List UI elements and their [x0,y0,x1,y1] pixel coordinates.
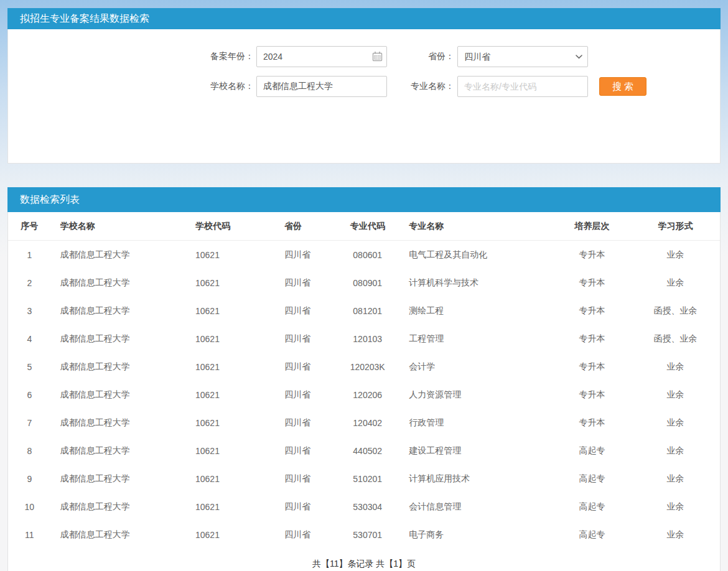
major-label: 专业名称： [387,81,454,92]
table-cell: 3 [8,297,51,325]
form-row-1: 备案年份： [175,46,720,67]
column-header-province: 省份 [275,212,335,241]
table-cell: 8 [8,437,51,465]
table-cell: 四川省 [275,241,335,269]
table-row: 11成都信息工程大学10621四川省530701电子商务高起专业余 [8,521,720,549]
table-cell: 成都信息工程大学 [51,465,186,493]
search-panel-title: 拟招生专业备案结果数据检索 [20,13,149,24]
table-cell: 四川省 [275,297,335,325]
major-input[interactable] [457,76,588,97]
province-label: 省份： [387,51,454,62]
table-cell: 7 [8,409,51,437]
table-cell: 10621 [186,269,275,297]
year-label: 备案年份： [175,51,254,62]
table-row: 1成都信息工程大学10621四川省080601电气工程及其自动化专升本业余 [8,241,720,269]
table-cell: 高起专 [553,493,631,521]
table-cell: 高起专 [553,521,631,549]
table-row: 2成都信息工程大学10621四川省080901计算机科学与技术专升本业余 [8,269,720,297]
table-row: 10成都信息工程大学10621四川省530304会计信息管理高起专业余 [8,493,720,521]
table-cell: 业余 [631,437,720,465]
table-cell: 高起专 [553,465,631,493]
table-cell: 120103 [335,325,399,353]
table-cell: 四川省 [275,409,335,437]
table-cell: 成都信息工程大学 [51,409,186,437]
table-cell: 业余 [631,241,720,269]
table-cell: 5 [8,353,51,381]
column-header-index: 序号 [8,212,51,241]
table-cell: 080901 [335,269,399,297]
table-row: 8成都信息工程大学10621四川省440502建设工程管理高起专业余 [8,437,720,465]
table-cell: 成都信息工程大学 [51,381,186,409]
table-cell: 专升本 [553,381,631,409]
table-row: 5成都信息工程大学10621四川省120203K会计学专升本业余 [8,353,720,381]
table-cell: 成都信息工程大学 [51,493,186,521]
search-form: 备案年份： [7,29,721,164]
column-header-school-code: 学校代码 [186,212,275,241]
table-cell: 专升本 [553,409,631,437]
table-cell: 10621 [186,409,275,437]
table-cell: 专升本 [553,269,631,297]
table-cell: 10621 [186,325,275,353]
table-cell: 10621 [186,493,275,521]
table-cell: 11 [8,521,51,549]
table-row: 7成都信息工程大学10621四川省120402行政管理专升本业余 [8,409,720,437]
table-cell: 530701 [335,521,399,549]
column-header-major-code: 专业代码 [335,212,399,241]
table-cell: 工程管理 [399,325,553,353]
table-row: 3成都信息工程大学10621四川省081201测绘工程专升本函授、业余 [8,297,720,325]
table-header-row: 序号 学校名称 学校代码 省份 专业代码 专业名称 培养层次 学习形式 [8,212,720,241]
school-label: 学校名称： [175,81,254,92]
table-cell: 四川省 [275,269,335,297]
table-cell: 成都信息工程大学 [51,269,186,297]
table-cell: 120206 [335,381,399,409]
table-cell: 四川省 [275,353,335,381]
table-cell: 高起专 [553,437,631,465]
table-cell: 业余 [631,465,720,493]
table-cell: 成都信息工程大学 [51,325,186,353]
table-cell: 四川省 [275,493,335,521]
school-input[interactable] [256,76,387,97]
table-cell: 成都信息工程大学 [51,521,186,549]
table-cell: 测绘工程 [399,297,553,325]
search-panel-header: 拟招生专业备案结果数据检索 [7,8,721,29]
search-button[interactable]: 搜 索 [599,77,646,96]
table-cell: 10 [8,493,51,521]
table-row: 9成都信息工程大学10621四川省510201计算机应用技术高起专业余 [8,465,720,493]
table-cell: 四川省 [275,521,335,549]
table-cell: 业余 [631,353,720,381]
table-cell: 081201 [335,297,399,325]
results-panel-header: 数据检索列表 [7,187,721,212]
column-header-level: 培养层次 [553,212,631,241]
table-cell: 四川省 [275,381,335,409]
table-cell: 专升本 [553,353,631,381]
table-cell: 成都信息工程大学 [51,297,186,325]
table-cell: 10621 [186,353,275,381]
table-cell: 440502 [335,437,399,465]
table-cell: 510201 [335,465,399,493]
year-input[interactable] [256,46,387,67]
results-panel: 数据检索列表 序号 学校名称 学校代码 省份 专业代码 专业名称 培养层次 [7,187,721,571]
table-cell: 计算机科学与技术 [399,269,553,297]
results-panel-title: 数据检索列表 [20,194,80,205]
table-cell: 6 [8,381,51,409]
table-cell: 建设工程管理 [399,437,553,465]
table-cell: 成都信息工程大学 [51,353,186,381]
school-input-wrap [256,76,387,97]
table-cell: 专升本 [553,297,631,325]
table-cell: 业余 [631,381,720,409]
table-cell: 会计信息管理 [399,493,553,521]
table-cell: 10621 [186,297,275,325]
form-row-2: 学校名称： 专业名称： 搜 索 [175,76,720,97]
calendar-icon[interactable] [372,51,383,62]
table-cell: 业余 [631,493,720,521]
table-cell: 业余 [631,269,720,297]
table-cell: 专升本 [553,325,631,353]
table-cell: 10621 [186,241,275,269]
table-cell: 1 [8,241,51,269]
table-cell: 函授、业余 [631,297,720,325]
major-input-wrap [457,76,588,97]
province-select[interactable]: 四川省 [457,46,588,67]
table-cell: 四川省 [275,465,335,493]
table-cell: 业余 [631,409,720,437]
table-cell: 10621 [186,521,275,549]
